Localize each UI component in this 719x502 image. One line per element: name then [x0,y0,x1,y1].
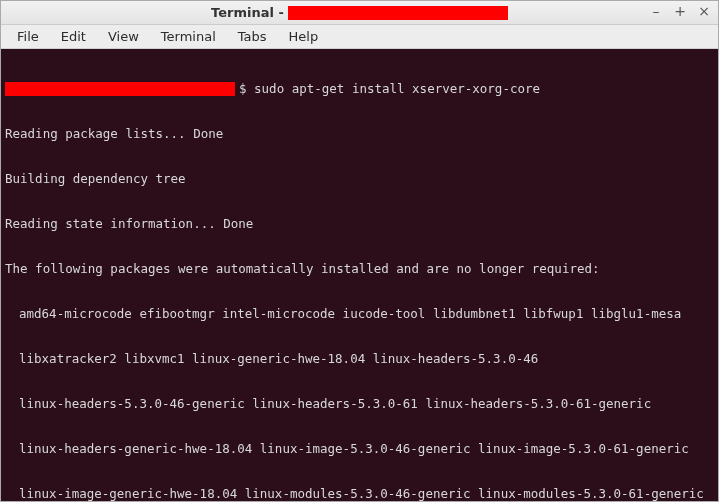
terminal-pane[interactable]: $ sudo apt-get install xserver-xorg-core… [1,49,718,501]
terminal-window: Terminal - – + × File Edit View Terminal… [0,0,719,502]
command-text: $ sudo apt-get install xserver-xorg-core [239,81,540,96]
menu-view[interactable]: View [98,27,149,46]
menu-file[interactable]: File [7,27,49,46]
redacted-prompt [5,82,235,96]
output-line: libxatracker2 libxvmc1 linux-generic-hwe… [5,351,714,366]
output-line: The following packages were automaticall… [5,261,714,276]
output-line: Reading package lists... Done [5,126,714,141]
window-title: Terminal - [211,5,508,20]
output-line: linux-headers-generic-hwe-18.04 linux-im… [5,441,714,456]
output-line: Reading state information... Done [5,216,714,231]
menu-help[interactable]: Help [279,27,329,46]
output-line: Building dependency tree [5,171,714,186]
prompt-line: $ sudo apt-get install xserver-xorg-core [5,81,714,96]
close-button[interactable]: × [697,4,711,18]
redacted-title [288,6,508,20]
menu-tabs[interactable]: Tabs [228,27,277,46]
menu-terminal[interactable]: Terminal [151,27,226,46]
menu-edit[interactable]: Edit [51,27,96,46]
minimize-button[interactable]: – [649,4,663,18]
menubar: File Edit View Terminal Tabs Help [1,25,718,49]
window-controls: – + × [649,4,711,18]
title-prefix: Terminal - [211,5,284,20]
output-line: linux-image-generic-hwe-18.04 linux-modu… [5,486,714,501]
maximize-button[interactable]: + [673,4,687,18]
titlebar[interactable]: Terminal - – + × [1,1,718,25]
output-line: linux-headers-5.3.0-46-generic linux-hea… [5,396,714,411]
output-line: amd64-microcode efibootmgr intel-microco… [5,306,714,321]
